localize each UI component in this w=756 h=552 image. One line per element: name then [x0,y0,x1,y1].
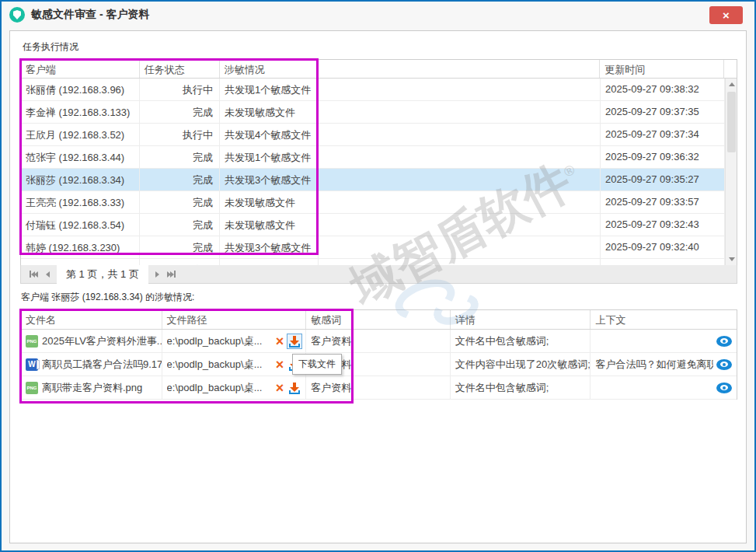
view-context-eye-icon[interactable] [716,359,732,370]
status-cell: 执行中 [140,124,220,145]
col-header-client[interactable]: 客户端 [21,60,140,78]
col-header-scroll-gap [724,60,737,78]
client-cell: 王亮亮 (192.168.3.33) [21,191,140,213]
filename-text: 离职带走客户资料.png [42,381,162,395]
col-header-filepath[interactable]: 文件路径 [162,310,307,329]
sensitive-cell: 未发现敏感文件 [220,259,319,265]
detail-section-label: 客户端 张丽莎 (192.168.3.34) 的涉敏情况: [21,291,194,304]
filepath-text: e:\podlp_backup\桌... [167,334,273,348]
task-table-header: 客户端 任务状态 涉敏情况 更新时间 [21,60,737,79]
dialog-window: 敏感文件审查 - 客户资料 × 任务执行情况 客户端 任务状态 涉敏情况 更新时… [0,0,756,552]
filename-cell: PNG 2025年LV客户资料外泄事... [21,330,162,352]
filename-text: 2025年LV客户资料外泄事... [42,334,162,348]
col-header-keyword[interactable]: 敏感词 [306,310,451,329]
last-page-button[interactable] [167,271,176,278]
scroll-down-arrow-icon[interactable] [726,253,737,265]
detail-cell: 文件名中包含敏感词; [451,330,591,352]
delete-file-icon[interactable]: × [276,383,284,393]
status-cell: 完成 [140,259,220,265]
filepath-cell: e:\podlp_backup\桌... × [162,376,307,399]
file-row[interactable]: PNG 离职带走客户资料.png e:\podlp_backup\桌... × … [21,376,737,400]
filename-cell: W 离职员工撬客户合法吗9.17... [21,353,162,376]
prev-page-button[interactable] [46,271,50,278]
file-row[interactable]: PNG 2025年LV客户资料外泄事... e:\podlp_backup\桌.… [21,330,737,353]
table-row[interactable]: 付瑞钰 (192.168.3.54) 完成 未发现敏感文件 2025-09-27… [21,214,737,236]
scroll-up-arrow-icon[interactable] [726,79,737,90]
page-indicator: 第 1 页，共 1 页 [57,265,148,284]
context-cell [591,330,737,352]
filepath-text: e:\podlp_backup\桌... [167,358,273,372]
task-section-label: 任务执行情况 [23,40,78,54]
delete-file-icon[interactable]: × [276,359,284,370]
first-page-button[interactable] [30,271,38,278]
client-cell: 韩婷 (192.168.3.230) [21,236,140,258]
sensitive-cell: 共发现4个敏感文件 [220,124,319,145]
col-header-filler [319,60,601,78]
sensitive-cell: 共发现1个敏感文件 [220,146,319,168]
table-row-selected[interactable]: 张丽莎 (192.168.3.34) 完成 共发现3个敏感文件 2025-09-… [21,169,737,191]
detail-cell: 文件名中包含敏感词; [451,376,591,399]
context-cell [591,376,737,399]
context-text: 客户合法吗？如何避免离职... [595,358,713,372]
next-page-button[interactable] [155,271,159,278]
status-cell: 执行中 [140,79,220,100]
filler-cell [319,101,601,123]
sensitive-cell: 未发现敏感文件 [220,214,319,236]
download-file-button[interactable] [287,334,302,349]
updated-cell: 2025-09-27 09:37:34 [601,124,725,145]
status-cell: 完成 [140,146,220,168]
sensitive-cell: 未发现敏感文件 [220,101,319,123]
shield-app-icon [9,7,25,23]
sensitive-files-table: 文件名 文件路径 敏感词 详情 上下文 PNG 2025年LV客户资料外泄事..… [20,309,737,400]
table-row[interactable]: 韩婷 (192.168.3.230) 完成 共发现3个敏感文件 2025-09-… [21,236,737,259]
file-row[interactable]: W 离职员工撬客户合法吗9.17... e:\podlp_backup\桌...… [21,353,737,376]
pagination-bar: 第 1 页，共 1 页 [20,265,737,284]
shield-glyph [13,10,21,19]
sensitive-cell: 共发现1个敏感文件 [220,79,319,100]
sensitive-cell: 共发现3个敏感文件 [220,236,319,258]
col-header-detail[interactable]: 详情 [451,310,591,329]
col-header-status[interactable]: 任务状态 [140,60,220,78]
status-cell: 完成 [140,236,220,258]
title-bar: 敏感文件审查 - 客户资料 × [2,2,754,28]
filepath-text: e:\podlp_backup\桌... [167,381,273,395]
vertical-scrollbar[interactable] [725,79,737,265]
detail-cell: 文件内容中出现了20次敏感词; [451,353,591,376]
col-header-context[interactable]: 上下文 [591,310,737,329]
table-row[interactable]: 李金禅 (192.168.3.133) 完成 未发现敏感文件 2025-09-2… [21,101,737,124]
close-button[interactable]: × [709,6,743,24]
status-cell: 完成 [140,169,220,190]
filler-cell [319,214,601,236]
updated-cell: 2025-09-27 09:37:35 [601,101,725,123]
table-row[interactable]: 王亮亮 (192.168.3.33) 完成 未发现敏感文件 2025-09-27… [21,191,737,214]
table-row[interactable]: 范张宇 (192.168.3.44) 完成 共发现1个敏感文件 2025-09-… [21,146,737,169]
download-icon [288,382,301,394]
filler-cell [319,259,601,265]
scrollbar-thumb[interactable] [727,92,736,152]
download-file-button[interactable] [287,380,302,396]
task-table: 客户端 任务状态 涉敏情况 更新时间 张丽倩 (192.168.3.96) 执行… [20,59,737,266]
table-row[interactable]: 张丽倩 (192.168.3.96) 执行中 共发现1个敏感文件 2025-09… [21,79,737,101]
client-cell: 张丽倩 (192.168.3.96) [21,79,140,100]
view-context-eye-icon[interactable] [716,383,732,393]
view-context-eye-icon[interactable] [716,336,732,347]
updated-cell: 2025-09-27 09:36:32 [601,146,725,168]
word-file-icon: W [26,358,38,371]
col-header-updated[interactable]: 更新时间 [600,60,724,78]
delete-file-icon[interactable]: × [276,336,284,347]
keyword-cell: 客户资料 [306,330,451,352]
sensitive-cell: 未发现敏感文件 [220,191,319,213]
updated-cell: 2025-09-27 09:35:27 [601,169,725,190]
updated-cell: 2025-09-27 09:38:32 [601,79,725,100]
filler-cell [319,124,601,145]
status-cell: 完成 [140,214,220,236]
table-row[interactable]: 王欣月 (192.168.3.52) 执行中 共发现4个敏感文件 2025-09… [21,124,737,146]
download-icon [288,335,301,348]
filepath-cell: e:\podlp_backup\桌... × [162,353,307,376]
client-cell: 付瑞钰 (192.168.3.54) [21,214,140,236]
col-header-sensitive[interactable]: 涉敏情况 [220,60,319,78]
updated-cell: 2025-09-27 09:31:36 [601,259,725,265]
files-table-header: 文件名 文件路径 敏感词 详情 上下文 [21,310,737,330]
sensitive-cell: 共发现3个敏感文件 [220,169,319,190]
col-header-filename[interactable]: 文件名 [21,310,162,329]
